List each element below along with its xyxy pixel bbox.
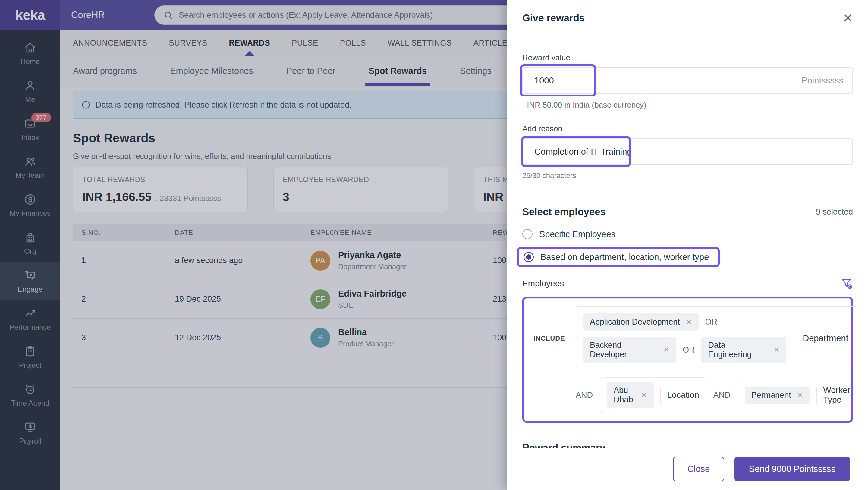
panel-footer: Close Send 9000 Pointsssss <box>507 448 868 490</box>
remove-chip-icon[interactable]: ✕ <box>797 391 803 399</box>
panel-header: Give rewards ✕ <box>507 0 868 36</box>
remove-chip-icon[interactable]: ✕ <box>663 346 670 354</box>
panel-body: Reward value Pointsssss ~INR 50.00 in In… <box>507 36 868 448</box>
include-label: INCLUDE <box>533 335 576 342</box>
reward-summary-heading: Reward summary <box>522 442 853 448</box>
remove-chip-icon[interactable]: ✕ <box>774 346 780 354</box>
selected-count: 9 selected <box>816 207 853 217</box>
group-divider <box>816 387 817 403</box>
reward-value-label: Reward value <box>522 53 853 62</box>
and-operator: AND <box>576 391 593 400</box>
reward-value-field: Pointsssss <box>522 67 853 94</box>
close-icon[interactable]: ✕ <box>843 11 853 25</box>
radio-icon-selected[interactable] <box>524 252 534 262</box>
select-employees-heading: Select employees <box>522 206 606 218</box>
section-divider <box>522 193 853 193</box>
or-operator: OR <box>705 317 718 327</box>
filter-chip-abu-dhabi[interactable]: Abu Dhabi ✕ <box>607 382 654 408</box>
radio-specific-employees[interactable]: Specific Employees <box>522 229 853 239</box>
send-points-button[interactable]: Send 9000 Pointsssss <box>735 457 850 481</box>
reason-char-count: 25/30 characters <box>522 172 853 180</box>
annotation-highlight-filter: INCLUDE Application Development ✕ OR <box>522 297 853 423</box>
filter-chip-application-development[interactable]: Application Development ✕ <box>583 313 699 331</box>
panel-title: Give rewards <box>522 12 585 24</box>
reward-unit-suffix: Pointsssss <box>792 71 852 90</box>
department-group-label: Department <box>794 307 857 370</box>
close-button[interactable]: Close <box>673 457 724 481</box>
filter-chip-permanent[interactable]: Permanent ✕ <box>745 387 810 404</box>
app-window: CoreHR ANNOUNCEMENTS SURVEYS REWARDS PUL… <box>0 0 868 490</box>
remove-chip-icon[interactable]: ✕ <box>641 391 647 399</box>
location-group-label: Location <box>667 390 699 400</box>
department-filter-group: Application Development ✕ OR Backend Dev… <box>576 306 857 370</box>
worker-type-filter-group: Permanent ✕ Worker Type <box>738 381 858 409</box>
annotation-highlight-radio: Based on department, location, worker ty… <box>517 247 720 267</box>
radio-based-on-department[interactable]: Based on department, location, worker ty… <box>524 252 709 262</box>
clear-filter-icon[interactable] <box>840 277 853 290</box>
worker-type-group-label: Worker Type <box>823 386 850 405</box>
group-divider <box>660 387 661 403</box>
remove-chip-icon[interactable]: ✕ <box>686 318 692 326</box>
filter-chip-data-engineering[interactable]: Data Engineering ✕ <box>701 337 786 363</box>
modal-backdrop[interactable] <box>0 0 507 490</box>
reward-value-helper: ~INR 50.00 in India (base currency) <box>522 100 853 110</box>
radio-icon[interactable] <box>522 229 532 239</box>
give-rewards-panel: Give rewards ✕ Reward value Pointsssss ~… <box>507 0 868 490</box>
filter-chip-backend-developer[interactable]: Backend Developer ✕ <box>583 337 676 363</box>
employees-label: Employees <box>522 279 564 288</box>
employee-filter-builder: INCLUDE Application Development ✕ OR <box>524 298 851 421</box>
add-reason-input[interactable] <box>523 147 852 157</box>
reward-value-input[interactable] <box>523 75 792 86</box>
location-filter-group: Abu Dhabi ✕ Location <box>600 377 706 413</box>
or-operator: OR <box>683 345 695 355</box>
add-reason-label: Add reason <box>522 124 853 133</box>
add-reason-field <box>522 138 853 165</box>
and-operator: AND <box>713 391 731 400</box>
